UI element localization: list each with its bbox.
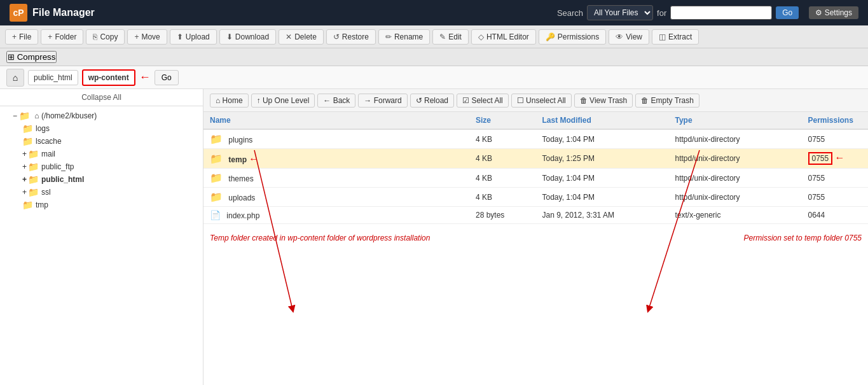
tree-label-tmp: tmp: [36, 200, 48, 209]
tree-item-mail[interactable]: + 📁 mail: [0, 148, 203, 160]
tree-item-public_ftp[interactable]: + 📁 public_ftp: [0, 160, 203, 173]
file-icon: 📄: [210, 210, 221, 220]
search-go-button[interactable]: Go: [776, 6, 799, 19]
path-public_html[interactable]: public_html: [28, 70, 78, 85]
collapse-all-button[interactable]: Collapse All: [0, 89, 203, 106]
main-layout: Collapse All − 📁 ⌂ (/home2/kbuser) 📁 log…: [0, 89, 868, 385]
table-row[interactable]: 📁 uploads 4 KB Today, 1:04 PM httpd/unix…: [203, 188, 868, 207]
html-editor-button[interactable]: ◇ HTML Editor: [471, 29, 536, 45]
file-type: text/x-generic: [669, 207, 802, 224]
tree-label-public_ftp: public_ftp: [41, 162, 74, 171]
empty-trash-button[interactable]: 🗑 Empty Trash: [635, 94, 699, 108]
folder-icon: 📁: [28, 149, 39, 159]
file-size: 4 KB: [469, 188, 536, 207]
compress-button[interactable]: ⊞ Compress: [6, 51, 57, 63]
tree-item-public_html[interactable]: + 📁 public_html: [0, 173, 203, 186]
col-type[interactable]: Type: [669, 112, 802, 129]
file-size: 4 KB: [469, 169, 536, 188]
copy-button[interactable]: ⎘ Copy: [86, 29, 125, 45]
annotation-right: Permission set to temp folder 0755: [744, 234, 862, 242]
tree-item-tmp[interactable]: 📁 tmp: [0, 199, 203, 211]
file-permissions: 0644: [802, 207, 869, 224]
file-permissions: 0755 ←: [802, 149, 869, 169]
edit-button[interactable]: ✎ Edit: [432, 29, 469, 45]
col-permissions[interactable]: Permissions: [802, 112, 869, 129]
tree-item-logs[interactable]: 📁 logs: [0, 122, 203, 135]
restore-button[interactable]: ↺ Restore: [326, 29, 376, 45]
file-size: 4 KB: [469, 149, 536, 169]
folder-icon: 📁: [19, 111, 30, 121]
folder-icon: 📁: [210, 172, 223, 183]
file-type: httpd/unix-directory: [669, 188, 802, 207]
file-type: httpd/unix-directory: [669, 169, 802, 188]
select-all-button[interactable]: ☑ Select All: [457, 94, 509, 108]
reload-button[interactable]: ↺ Reload: [410, 94, 454, 108]
folder-icon: 📁: [28, 174, 39, 185]
tree-item-root[interactable]: − 📁 ⌂ (/home2/kbuser): [0, 109, 203, 122]
tree-label-logs: logs: [36, 124, 50, 133]
search-scope-select[interactable]: All Your Files: [587, 5, 653, 20]
folder-icon: 📁: [210, 192, 223, 202]
table-row[interactable]: 📁 plugins 4 KB Today, 1:04 PM httpd/unix…: [203, 129, 868, 149]
tree-label-lscache: lscache: [36, 137, 62, 146]
home-nav-button[interactable]: ⌂ Home: [210, 94, 249, 108]
file-permissions: 0755: [802, 129, 869, 149]
path-wp-content[interactable]: wp-content: [82, 69, 135, 86]
rename-button[interactable]: ✏ Rename: [378, 29, 430, 45]
upload-button[interactable]: ⬆ Upload: [170, 29, 217, 45]
extract-button[interactable]: ◫ Extract: [652, 29, 699, 45]
nav-bar: ⌂ Home ↑ Up One Level ← Back → Forward ↺…: [203, 89, 868, 112]
col-name[interactable]: Name: [203, 112, 469, 129]
file-type: httpd/unix-directory: [669, 149, 802, 169]
folder-icon: 📁: [210, 134, 223, 144]
address-go-button[interactable]: Go: [155, 70, 179, 85]
tree-item-ssl[interactable]: + 📁 ssl: [0, 186, 203, 199]
col-size[interactable]: Size: [469, 112, 536, 129]
file-modified: Today, 1:04 PM: [536, 129, 669, 149]
file-button[interactable]: + File: [5, 29, 38, 45]
search-area: Search All Your Files for Go ⚙ Settings: [557, 5, 858, 20]
back-button[interactable]: ← Back: [317, 94, 355, 108]
address-home-button[interactable]: ⌂: [6, 69, 24, 87]
tree-label-root: ⌂ (/home2/kbuser): [32, 111, 97, 120]
folder-icon: 📁: [28, 162, 39, 172]
folder-button[interactable]: + Folder: [41, 29, 83, 45]
file-size: 4 KB: [469, 129, 536, 149]
top-bar: cP File Manager Search All Your Files fo…: [0, 0, 868, 25]
col-modified[interactable]: Last Modified: [536, 112, 669, 129]
download-button[interactable]: ⬇ Download: [219, 29, 276, 45]
folder-icon: 📁: [210, 153, 223, 164]
up-one-level-button[interactable]: ↑ Up One Level: [251, 94, 315, 108]
settings-button[interactable]: ⚙ Settings: [809, 6, 858, 19]
file-pane: ⌂ Home ↑ Up One Level ← Back → Forward ↺…: [203, 89, 868, 385]
forward-button[interactable]: → Forward: [358, 94, 407, 108]
view-button[interactable]: 👁 View: [609, 29, 649, 45]
folder-icon: 📁: [22, 123, 33, 134]
file-modified: Today, 1:04 PM: [536, 169, 669, 188]
permissions-button[interactable]: 🔑 Permissions: [539, 29, 606, 45]
file-type: httpd/unix-directory: [669, 129, 802, 149]
tree-item-lscache[interactable]: 📁 lscache: [0, 135, 203, 148]
search-input[interactable]: [670, 6, 772, 20]
view-trash-button[interactable]: 🗑 View Trash: [574, 94, 633, 108]
file-permissions: 0755: [802, 188, 869, 207]
tree-label-ssl: ssl: [41, 188, 51, 197]
toolbar: + File + Folder ⎘ Copy + Move ⬆ Upload ⬇…: [0, 25, 868, 48]
delete-button[interactable]: ✕ Delete: [279, 29, 324, 45]
folder-icon: 📁: [22, 200, 33, 210]
sidebar: Collapse All − 📁 ⌂ (/home2/kbuser) 📁 log…: [0, 89, 203, 385]
address-bar: ⌂ public_html wp-content ← Go: [0, 66, 868, 89]
app-logo: cP File Manager: [10, 4, 95, 22]
move-button[interactable]: + Move: [127, 29, 167, 45]
unselect-all-button[interactable]: ☐ Unselect All: [511, 94, 572, 108]
folder-icon: 📁: [22, 136, 33, 146]
file-table: Name Size Last Modified Type Permissions…: [203, 112, 868, 224]
table-row[interactable]: 📁 themes 4 KB Today, 1:04 PM httpd/unix-…: [203, 169, 868, 188]
table-row[interactable]: 📁 temp ← 4 KB Today, 1:25 PM httpd/unix-…: [203, 149, 868, 169]
logo-icon: cP: [10, 4, 27, 22]
table-row[interactable]: 📄 index.php 28 bytes Jan 9, 2012, 3:31 A…: [203, 207, 868, 224]
annotation-left: Temp folder created in wp-content folder…: [210, 234, 430, 242]
tree-label-public_html: public_html: [41, 175, 84, 184]
search-label: Search: [557, 8, 583, 18]
file-size: 28 bytes: [469, 207, 536, 224]
